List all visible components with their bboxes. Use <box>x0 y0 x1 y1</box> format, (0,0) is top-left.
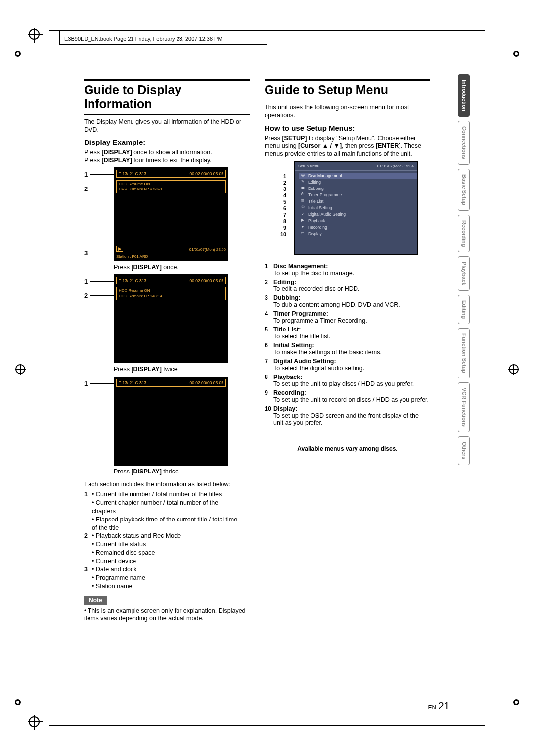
tv-figure-1: 1 2 3 T 13/ 21 C 3/ 300:02:00/00:05:05 H… <box>84 167 250 261</box>
heading-guide-setup: Guide to Setup Menu <box>265 79 430 100</box>
col-left: Guide to Display Information The Display… <box>84 79 250 624</box>
menu-item: ✎Editing <box>299 179 417 186</box>
crop-mark-icon <box>29 29 40 40</box>
tab-introduction[interactable]: Introduction <box>458 74 470 117</box>
timer-icon: ⏱ <box>299 192 306 197</box>
display-icon: ▭ <box>299 231 306 236</box>
disc-icon: ◎ <box>299 173 306 178</box>
callout-1: 1 <box>84 380 88 387</box>
heading-guide-display: Guide to Display Information <box>84 79 250 115</box>
setup-instructions: Press [SETUP] to display "Setup Menu". C… <box>265 134 430 158</box>
desc-lead: Each section includes the information as… <box>84 480 250 488</box>
tv-screenshot: T 13/ 21 C 3/ 300:02:00/00:05:05 HDD Res… <box>114 274 228 363</box>
tab-others[interactable]: Others <box>458 436 470 465</box>
callout-7: 7 <box>283 212 286 218</box>
svg-point-7 <box>515 701 518 704</box>
callout-1: 1 <box>283 173 286 180</box>
menu-item: ◎Disc Management <box>299 173 417 179</box>
callout-8: 8 <box>283 218 286 225</box>
list-icon: ▥ <box>299 198 306 204</box>
tab-recording[interactable]: Recording <box>458 215 470 252</box>
tab-editing[interactable]: Editing <box>458 295 470 324</box>
callout-5: 5 <box>283 199 286 205</box>
tv-screenshot: T 13/ 21 C 3/ 300:02:00/00:05:05 HDD Res… <box>114 167 228 261</box>
registration-icon <box>508 364 519 375</box>
callout-6: 6 <box>283 205 286 212</box>
registration-icon <box>511 48 522 59</box>
side-tab-strip: Introduction Connections Basic Setup Rec… <box>458 74 470 465</box>
caption-once: Press [DISPLAY] once. <box>114 263 250 271</box>
caption-thrice: Press [DISPLAY] thrice. <box>114 468 250 475</box>
setup-menu-figure: 1 2 3 4 5 6 7 8 9 10 Setup Menu01/01/07(… <box>265 161 430 255</box>
setup-menu-screenshot: Setup Menu01/01/07(Mon) 19:34 ◎Disc Mana… <box>294 161 418 255</box>
menu-item: ▥Title List <box>299 198 417 205</box>
note-text: • This is an example screen only for exp… <box>84 607 250 623</box>
edit-icon: ✎ <box>299 179 306 185</box>
menu-item: ♪Digital Audio Setting <box>299 211 417 218</box>
bottom-rule <box>49 725 485 726</box>
registration-icon <box>12 48 23 59</box>
tv-figure-3: 1 T 13/ 21 C 3/ 300:02:00/00:05:05 <box>84 377 250 466</box>
crop-mark-icon <box>29 716 40 727</box>
tab-vcr-functions[interactable]: VCR Functions <box>458 382 470 432</box>
callout-3: 3 <box>283 186 286 192</box>
registration-icon <box>511 697 522 708</box>
menu-item: ⚙Initial Setting <box>299 205 417 211</box>
menu-item: ▶Playback <box>299 218 417 224</box>
subheading-how-to-use: How to use Setup Menus: <box>265 124 430 132</box>
menu-item: ⇄Dubbing <box>299 186 417 192</box>
svg-point-1 <box>16 52 19 55</box>
tv-screenshot: T 13/ 21 C 3/ 300:02:00/00:05:05 <box>114 377 228 466</box>
playback-icon: ▶ <box>299 218 306 223</box>
intro-text: This unit uses the following on-screen m… <box>265 103 430 120</box>
settings-icon: ⚙ <box>299 205 306 210</box>
svg-point-5 <box>16 701 19 704</box>
header-note: E3B90ED_EN.book Page 21 Friday, February… <box>64 36 222 42</box>
dubbing-icon: ⇄ <box>299 186 306 191</box>
callout-1: 1 <box>84 278 88 285</box>
tab-basic-setup[interactable]: Basic Setup <box>458 169 470 211</box>
note-badge: Note <box>84 596 107 605</box>
menu-item: ▭Display <box>299 231 417 237</box>
recording-icon: ● <box>299 224 306 230</box>
page: E3B90ED_EN.book Page 21 Friday, February… <box>0 0 534 756</box>
registration-icon <box>12 697 23 708</box>
callout-1: 1 <box>84 171 88 178</box>
callout-10: 10 <box>280 231 286 237</box>
caption-twice: Press [DISPLAY] twice. <box>114 365 250 373</box>
col-right: Guide to Setup Menu This unit uses the f… <box>265 79 430 624</box>
callout-2: 2 <box>283 180 286 186</box>
instruction-press-once: Press [DISPLAY] once to show all informa… <box>84 148 250 165</box>
svg-point-3 <box>515 52 518 55</box>
callout-4: 4 <box>283 192 286 199</box>
callout-9: 9 <box>283 225 286 231</box>
registration-icon <box>15 364 26 375</box>
subheading-display-example: Display Example: <box>84 138 250 146</box>
callout-2: 2 <box>84 292 88 299</box>
audio-icon: ♪ <box>299 211 306 217</box>
setup-menu-descriptions: 1Disc Management:To set up the disc to m… <box>265 263 430 426</box>
page-number: EN 21 <box>428 700 450 712</box>
menu-item: ⏱Timer Programme <box>299 192 417 198</box>
callout-2: 2 <box>84 185 88 192</box>
tab-connections[interactable]: Connections <box>458 121 470 165</box>
available-menus-note: Available menus vary among discs. <box>265 441 430 453</box>
callout-3: 3 <box>84 249 88 257</box>
menu-item: ●Recording <box>299 224 417 231</box>
tab-playback[interactable]: Playback <box>458 256 470 291</box>
content-area: Guide to Display Information The Display… <box>84 79 430 624</box>
play-icon: ▶ <box>116 246 123 252</box>
tv-figure-2: 1 2 T 13/ 21 C 3/ 300:02:00/00:05:05 HDD… <box>84 274 250 363</box>
section-descriptions: 1 Current title number / total number of… <box>84 490 250 591</box>
intro-text: The Display Menu gives you all informati… <box>84 118 250 134</box>
tab-function-setup[interactable]: Function Setup <box>458 328 470 378</box>
